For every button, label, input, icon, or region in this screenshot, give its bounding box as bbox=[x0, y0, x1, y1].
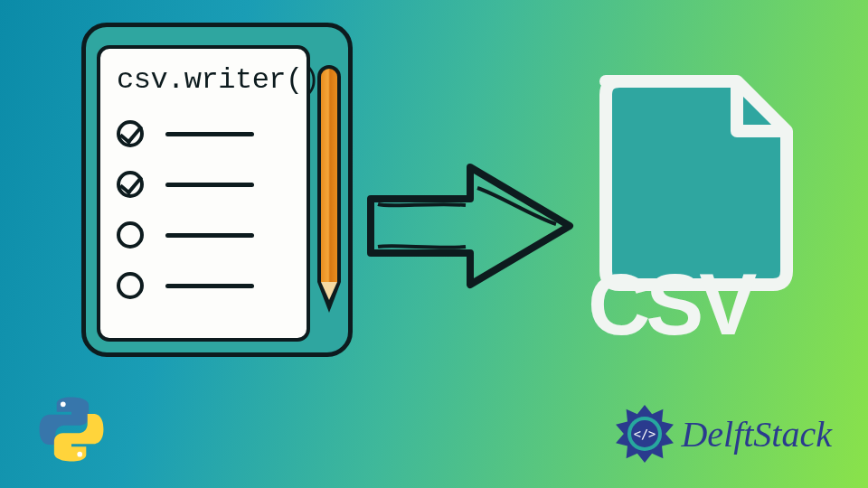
notepad-paper: csv.writer() bbox=[97, 45, 310, 342]
arrow-icon bbox=[362, 154, 579, 298]
brand-name: DelftStack bbox=[681, 413, 832, 455]
line-placeholder bbox=[165, 132, 254, 136]
svg-point-0 bbox=[61, 402, 66, 408]
list-item bbox=[117, 221, 290, 249]
delftstack-emblem-icon: </> bbox=[614, 403, 675, 465]
notepad-with-pencil: csv.writer() bbox=[86, 27, 357, 361]
checked-circle-icon bbox=[117, 120, 144, 147]
delftstack-logo: </> DelftStack bbox=[614, 403, 832, 465]
svg-text:</>: </> bbox=[634, 427, 656, 441]
csv-label-text: CSV bbox=[588, 256, 757, 343]
line-placeholder bbox=[165, 284, 254, 288]
list-item bbox=[117, 120, 290, 147]
line-placeholder bbox=[165, 183, 254, 187]
pencil-icon bbox=[317, 65, 341, 336]
empty-circle-icon bbox=[117, 272, 144, 299]
list-item bbox=[117, 272, 290, 299]
line-placeholder bbox=[165, 233, 254, 238]
code-snippet: csv.writer() bbox=[117, 63, 290, 97]
svg-point-1 bbox=[77, 452, 82, 457]
list-item bbox=[117, 171, 290, 198]
checked-circle-icon bbox=[117, 171, 144, 198]
csv-file-icon: CSV CSV bbox=[588, 72, 796, 334]
empty-circle-icon bbox=[117, 221, 144, 249]
python-logo-icon bbox=[36, 394, 107, 468]
